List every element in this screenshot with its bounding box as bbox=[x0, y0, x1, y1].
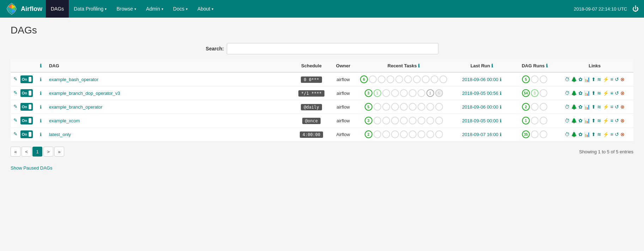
link-landing-icon[interactable]: ≋ bbox=[597, 118, 601, 123]
nav-browse[interactable]: Browse ▾ bbox=[111, 0, 141, 18]
page-next-btn[interactable]: > bbox=[43, 147, 53, 157]
link-refresh-icon[interactable]: ↺ bbox=[615, 118, 619, 123]
info-icon[interactable]: ℹ bbox=[40, 77, 42, 82]
link-delete-icon[interactable]: ⊗ bbox=[620, 76, 625, 82]
link-gantt-icon[interactable]: ⬆ bbox=[591, 104, 596, 110]
link-tree-icon[interactable]: 🌲 bbox=[571, 90, 577, 96]
dag-link[interactable]: example_branch_operator bbox=[49, 104, 103, 110]
page-current-btn[interactable]: 1 bbox=[32, 147, 42, 157]
link-graph-icon[interactable]: ✿ bbox=[578, 104, 583, 110]
edit-icon[interactable]: ✎ bbox=[13, 117, 18, 123]
dag-link[interactable]: example_branch_dop_operator_v3 bbox=[49, 91, 120, 96]
dag-link[interactable]: example_bash_operator bbox=[49, 77, 98, 82]
link-delete-icon[interactable]: ⊗ bbox=[620, 104, 625, 110]
link-gantt-icon[interactable]: ⬆ bbox=[591, 118, 596, 123]
last-run-info-icon[interactable]: ℹ bbox=[500, 104, 502, 110]
link-gantt-icon[interactable]: ⬆ bbox=[591, 76, 596, 82]
page-last-btn[interactable]: » bbox=[54, 147, 64, 157]
link-trigger-icon[interactable]: ⏱ bbox=[565, 131, 570, 137]
last-run-link[interactable]: 2018-09-07 16:00 bbox=[462, 132, 498, 137]
task-circle: 6 bbox=[360, 75, 368, 83]
link-refresh-icon[interactable]: ↺ bbox=[615, 76, 619, 82]
search-label: Search: bbox=[206, 46, 224, 51]
link-trigger-icon[interactable]: ⏱ bbox=[565, 76, 570, 82]
link-tree-icon[interactable]: 🌲 bbox=[571, 104, 577, 110]
page-first-btn[interactable]: « bbox=[11, 147, 20, 157]
link-graph-icon[interactable]: ✿ bbox=[578, 118, 583, 123]
link-duration-icon[interactable]: 📊 bbox=[584, 90, 590, 96]
show-paused-link[interactable]: Show Paused DAGs bbox=[11, 165, 53, 171]
dag-link[interactable]: example_xcom bbox=[49, 118, 80, 123]
logout-icon[interactable]: ⏻ bbox=[632, 5, 639, 13]
link-duration-icon[interactable]: 📊 bbox=[584, 104, 590, 110]
link-graph-icon[interactable]: ✿ bbox=[578, 90, 583, 96]
link-code-icon[interactable]: ⚡ bbox=[603, 104, 609, 110]
link-delete-icon[interactable]: ⊗ bbox=[620, 90, 625, 96]
search-input[interactable] bbox=[227, 43, 438, 54]
link-delete-icon[interactable]: ⊗ bbox=[620, 118, 625, 123]
info-icon[interactable]: ℹ bbox=[40, 104, 42, 110]
toggle-btn[interactable]: On bbox=[20, 89, 33, 97]
last-run-link[interactable]: 2018-09-05 00:56 bbox=[462, 91, 498, 96]
nav-admin[interactable]: Admin ▾ bbox=[141, 0, 168, 18]
nav-about[interactable]: About ▾ bbox=[193, 0, 219, 18]
link-trigger-icon[interactable]: ⏱ bbox=[565, 118, 570, 123]
link-logs-icon[interactable]: ≡ bbox=[610, 76, 613, 82]
link-tree-icon[interactable]: 🌲 bbox=[571, 131, 577, 137]
page-prev-btn[interactable]: < bbox=[22, 147, 31, 157]
last-run-link[interactable]: 2018-09-06 00:00 bbox=[462, 77, 498, 82]
link-logs-icon[interactable]: ≡ bbox=[610, 90, 613, 96]
link-refresh-icon[interactable]: ↺ bbox=[615, 104, 619, 110]
link-tree-icon[interactable]: 🌲 bbox=[571, 118, 577, 123]
link-landing-icon[interactable]: ≋ bbox=[597, 104, 601, 110]
owner-cell: Airflow bbox=[329, 128, 357, 141]
link-logs-icon[interactable]: ≡ bbox=[610, 131, 613, 137]
nav-docs[interactable]: Docs ▾ bbox=[168, 0, 193, 18]
dag-link[interactable]: latest_only bbox=[49, 132, 71, 137]
link-landing-icon[interactable]: ≋ bbox=[597, 76, 601, 82]
link-trigger-icon[interactable]: ⏱ bbox=[565, 90, 570, 96]
edit-icon[interactable]: ✎ bbox=[13, 131, 18, 137]
nav-data-profiling[interactable]: Data Profiling ▾ bbox=[69, 0, 111, 18]
link-gantt-icon[interactable]: ⬆ bbox=[591, 90, 596, 96]
link-duration-icon[interactable]: 📊 bbox=[584, 118, 590, 123]
nav-dags[interactable]: DAGs bbox=[46, 0, 69, 18]
run-circle bbox=[531, 117, 539, 124]
edit-icon[interactable]: ✎ bbox=[13, 76, 18, 82]
link-logs-icon[interactable]: ≡ bbox=[610, 104, 613, 110]
link-refresh-icon[interactable]: ↺ bbox=[615, 131, 619, 137]
links-cell: ⏱ 🌲 ✿ 📊 ⬆ ≋ ⚡ ≡ ↺ ⊗ bbox=[556, 128, 633, 141]
link-trigger-icon[interactable]: ⏱ bbox=[565, 104, 570, 110]
link-code-icon[interactable]: ⚡ bbox=[603, 131, 609, 137]
last-run-info-icon[interactable]: ℹ bbox=[500, 77, 502, 82]
toggle-btn[interactable]: On bbox=[20, 103, 33, 111]
info-icon[interactable]: ℹ bbox=[40, 132, 42, 137]
link-graph-icon[interactable]: ✿ bbox=[578, 131, 583, 137]
edit-icon[interactable]: ✎ bbox=[13, 90, 18, 96]
link-code-icon[interactable]: ⚡ bbox=[603, 76, 609, 82]
toggle-btn[interactable]: On bbox=[20, 117, 33, 124]
toggle-btn[interactable]: On bbox=[20, 75, 33, 83]
info-icon[interactable]: ℹ bbox=[40, 91, 42, 96]
info-icon[interactable]: ℹ bbox=[40, 118, 42, 123]
last-run-link[interactable]: 2018-09-05 00:00 bbox=[462, 118, 498, 123]
last-run-info-icon[interactable]: ℹ bbox=[500, 91, 502, 96]
link-duration-icon[interactable]: 📊 bbox=[584, 76, 590, 82]
link-code-icon[interactable]: ⚡ bbox=[603, 118, 609, 123]
brand-logo[interactable]: Airflow bbox=[5, 2, 42, 15]
edit-icon[interactable]: ✎ bbox=[13, 104, 18, 109]
link-landing-icon[interactable]: ≋ bbox=[597, 131, 601, 137]
link-gantt-icon[interactable]: ⬆ bbox=[591, 131, 596, 137]
link-refresh-icon[interactable]: ↺ bbox=[615, 90, 619, 96]
toggle-btn[interactable]: On bbox=[20, 130, 33, 138]
link-landing-icon[interactable]: ≋ bbox=[597, 90, 601, 96]
last-run-info-icon[interactable]: ℹ bbox=[500, 118, 502, 123]
link-tree-icon[interactable]: 🌲 bbox=[571, 76, 577, 82]
link-code-icon[interactable]: ⚡ bbox=[603, 90, 609, 96]
link-logs-icon[interactable]: ≡ bbox=[610, 118, 613, 123]
link-graph-icon[interactable]: ✿ bbox=[578, 76, 583, 82]
link-duration-icon[interactable]: 📊 bbox=[584, 131, 590, 137]
last-run-info-icon[interactable]: ℹ bbox=[500, 132, 502, 137]
last-run-link[interactable]: 2018-09-06 00:00 bbox=[462, 104, 498, 110]
link-delete-icon[interactable]: ⊗ bbox=[620, 131, 625, 137]
